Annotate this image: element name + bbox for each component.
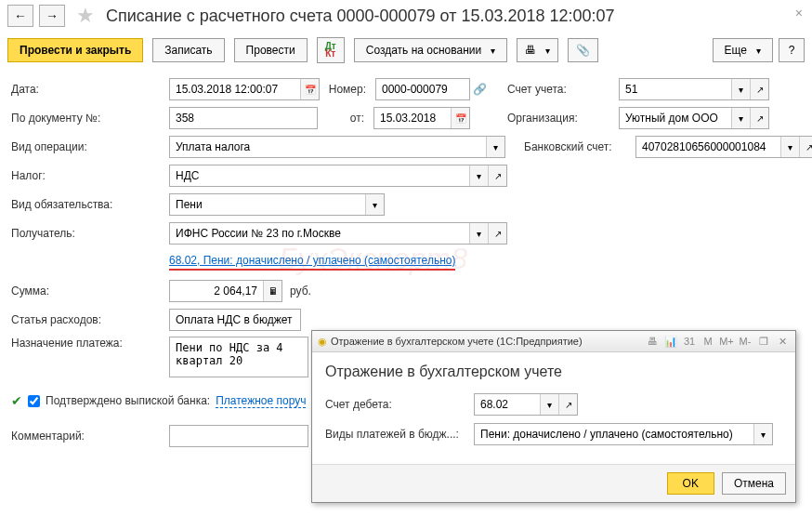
sum-input-group[interactable]: 🖩 (169, 280, 282, 302)
date-input[interactable] (170, 79, 300, 99)
memory-mminus-icon[interactable]: M- (738, 334, 753, 349)
memory-m-icon[interactable]: M (701, 334, 715, 349)
purpose-textarea[interactable] (169, 337, 308, 377)
obligation-label: Вид обязательства: (11, 198, 169, 211)
account-label: Счет учета: (507, 83, 619, 96)
dropdown-icon[interactable]: ▾ (731, 79, 750, 99)
dropdown-icon[interactable]: ▾ (540, 394, 558, 415)
cancel-button[interactable]: Отмена (722, 472, 786, 495)
nav-back-button[interactable]: ← (7, 5, 33, 27)
window-restore-icon[interactable]: ❐ (756, 334, 771, 349)
post-button[interactable]: Провести (234, 38, 308, 62)
org-input-group[interactable]: ▾ ↗ (619, 107, 769, 129)
close-icon[interactable]: × (795, 6, 803, 20)
open-icon[interactable]: ↗ (799, 137, 812, 157)
calendar-icon[interactable]: 📅 (300, 79, 319, 99)
obligation-input[interactable] (170, 194, 365, 215)
ok-button[interactable]: OK (667, 472, 714, 495)
dropdown-icon[interactable]: ▾ (469, 223, 488, 244)
from-input[interactable] (374, 108, 451, 128)
save-button[interactable]: Записать (152, 38, 224, 62)
number-input-group[interactable] (375, 78, 470, 100)
open-icon[interactable]: ↗ (488, 223, 506, 244)
open-icon[interactable]: ↗ (750, 108, 768, 128)
date-input-group[interactable]: 📅 (169, 78, 320, 100)
tax-input[interactable] (170, 165, 469, 186)
comment-label: Комментарий: (11, 430, 169, 443)
sum-input[interactable] (170, 281, 263, 301)
close-icon[interactable]: ✕ (775, 334, 790, 349)
docnum-label: По документу №: (11, 112, 169, 125)
docnum-input-group[interactable] (169, 107, 318, 129)
favorite-star-icon[interactable]: ★ (76, 4, 95, 28)
recipient-input-group[interactable]: ▾ ↗ (169, 222, 507, 245)
checkmark-icon: ✔ (11, 393, 22, 408)
org-input[interactable] (620, 108, 731, 128)
open-icon[interactable]: ↗ (558, 394, 577, 415)
dropdown-icon[interactable]: ▾ (469, 165, 488, 186)
dropdown-icon[interactable]: ▾ (486, 137, 504, 157)
debit-account-label: Счет дебета: (325, 398, 474, 411)
confirmed-label: Подтверждено выпиской банка: (46, 394, 210, 407)
calendar-icon[interactable]: 📅 (451, 108, 469, 128)
create-based-on-button[interactable]: Создать на основании (354, 38, 508, 62)
modal-heading: Отражение в бухгалтерском учете (325, 364, 782, 380)
attach-button[interactable]: 📎 (568, 38, 598, 62)
reflection-link[interactable]: 68.02, Пени: доначислено / уплачено (сам… (169, 254, 455, 267)
org-label: Организация: (507, 112, 619, 125)
open-icon[interactable]: ↗ (750, 79, 768, 99)
optype-input[interactable] (170, 137, 486, 157)
dropdown-icon[interactable]: ▾ (753, 424, 772, 444)
expense-input-group[interactable] (169, 309, 301, 331)
post-and-close-button[interactable]: Провести и закрыть (7, 38, 143, 62)
comment-input[interactable] (170, 426, 306, 446)
memory-mplus-icon[interactable]: M+ (719, 334, 734, 349)
print-button[interactable]: 🖶 (517, 38, 558, 62)
number-input[interactable] (376, 79, 469, 99)
recipient-label: Получатель: (11, 227, 169, 240)
dropdown-icon[interactable]: ▾ (731, 108, 750, 128)
optype-input-group[interactable]: ▾ (169, 136, 505, 158)
expense-input[interactable] (170, 310, 300, 330)
tax-input-group[interactable]: ▾ ↗ (169, 165, 507, 187)
account-input-group[interactable]: ▾ ↗ (619, 78, 769, 100)
dropdown-icon[interactable]: ▾ (780, 137, 799, 157)
bankacc-input-group[interactable]: ▾ ↗ (635, 136, 812, 158)
link-icon: 🔗 (470, 83, 489, 96)
dtkt-button[interactable]: ДтКт (317, 37, 345, 63)
comment-input-group[interactable] (169, 425, 308, 447)
bankacc-label: Банковский счет: (524, 140, 635, 153)
accounting-reflection-dialog: ◉ Отражение в бухгалтерском учете (1С:Пр… (311, 330, 796, 503)
number-label: Номер: (320, 83, 375, 96)
print-icon[interactable]: 🖶 (645, 334, 660, 349)
tax-label: Налог: (11, 169, 169, 182)
dropdown-icon[interactable]: ▾ (365, 194, 384, 215)
calc-icon[interactable]: 🖩 (263, 281, 282, 301)
app-icon: ◉ (318, 336, 327, 348)
more-button[interactable]: Еще (713, 38, 773, 62)
account-input[interactable] (620, 79, 731, 99)
calendar-icon[interactable]: 31 (682, 334, 697, 349)
currency-label: руб. (290, 284, 311, 298)
debit-account-input-group[interactable]: ▾ ↗ (474, 393, 578, 416)
confirmed-checkbox[interactable] (28, 395, 40, 407)
expense-label: Статья расходов: (11, 313, 169, 326)
modal-titlebar-text: Отражение в бухгалтерском учете (1С:Пред… (331, 336, 583, 347)
help-button[interactable]: ? (779, 38, 805, 62)
payment-type-input-group[interactable]: ▾ (474, 423, 773, 445)
obligation-input-group[interactable]: ▾ (169, 193, 385, 216)
purpose-label: Назначение платежа: (11, 337, 169, 350)
from-input-group[interactable]: 📅 (373, 107, 470, 129)
page-title: Списание с расчетного счета 0000-000079 … (106, 7, 615, 26)
save-icon[interactable]: 📊 (663, 334, 678, 349)
open-icon[interactable]: ↗ (488, 165, 506, 186)
sum-label: Сумма: (11, 284, 169, 298)
recipient-input[interactable] (170, 223, 469, 244)
docnum-input[interactable] (170, 108, 317, 128)
payment-order-link[interactable]: Платежное поруч (216, 394, 306, 408)
payment-type-label: Виды платежей в бюдж...: (325, 428, 474, 441)
nav-forward-button[interactable]: → (39, 5, 65, 27)
payment-type-input[interactable] (475, 424, 753, 444)
bankacc-input[interactable] (636, 137, 780, 157)
debit-account-input[interactable] (475, 394, 540, 415)
